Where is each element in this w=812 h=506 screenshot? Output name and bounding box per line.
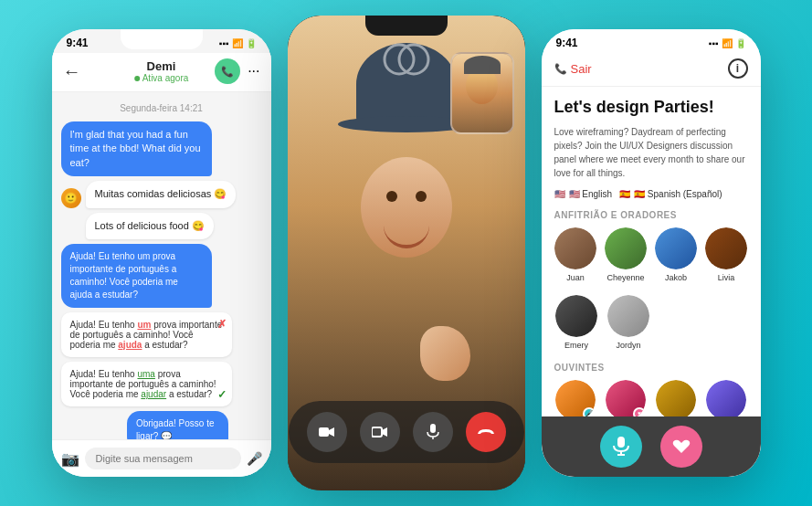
speaker-avatar-emery: [555, 295, 597, 337]
message-received-1-row: 🙂 Muitas comidas deliciosas 😋: [61, 181, 262, 207]
inset-hair: [464, 56, 501, 74]
mic-icon[interactable]: 🎤: [247, 451, 262, 466]
error-word-1: um: [137, 320, 151, 330]
svg-rect-4: [372, 427, 382, 437]
svg-rect-6: [430, 424, 436, 433]
back-button[interactable]: ←: [63, 61, 81, 82]
correction-x-icon: ✗: [217, 318, 227, 331]
chat-header: ← Demi Ativa agora 📞 ···: [52, 53, 271, 92]
status-icons-3: ▪▪▪ 📶 🔋: [709, 38, 746, 48]
speaker-cheyenne: Cheyenne: [605, 227, 648, 282]
battery-icon-3: 🔋: [735, 38, 746, 48]
video-screen: [288, 16, 525, 490]
chat-screen: 9:41 ▪▪▪ 📶 🔋 ← Demi Ativa agora 📞: [52, 29, 271, 477]
message-input[interactable]: [85, 448, 241, 469]
notch-3: [610, 29, 692, 49]
listener-avatar-maria: [656, 380, 696, 416]
message-sent-1: I'm glad that you had a fun time at the …: [61, 121, 262, 176]
phone-red-icon: 📞: [554, 63, 567, 75]
correct-word-2: ajudar: [141, 389, 166, 399]
listener-erin: ♥ Erin: [605, 380, 648, 416]
speaker-emery: Emery: [554, 295, 599, 350]
mic-badge-miracle: 🎤: [583, 407, 596, 416]
speaker-name-jordyn: Jordyn: [616, 341, 640, 350]
chat-input-area: 📷 🎤: [52, 439, 271, 477]
info-button[interactable]: i: [728, 58, 748, 79]
signal-icon-3: ▪▪▪: [709, 38, 719, 48]
phone-chat: 9:41 ▪▪▪ 📶 🔋 ← Demi Ativa agora 📞: [52, 29, 271, 477]
camera-ctrl-button[interactable]: [307, 412, 347, 452]
notch-2: [365, 16, 448, 36]
speaker-juan: Juan: [554, 227, 597, 282]
heart-badge-erin: ♥: [633, 407, 646, 416]
contact-info: Demi Ativa agora: [134, 59, 189, 83]
contact-status: Ativa agora: [134, 73, 189, 83]
video-logo-icon: [379, 41, 434, 81]
listeners-grid: 🎤 Miracle ♥ Erin: [554, 380, 748, 416]
camera-icon[interactable]: 📷: [61, 450, 79, 468]
event-bottom-bar: [542, 416, 761, 477]
speaker-avatar-cheyenne: [605, 227, 647, 269]
error-word-2: ajuda: [118, 340, 142, 350]
speaker-avatar-jordyn: [607, 295, 649, 337]
correction-card-1: ✗ Ajuda! Eu tenho um prova importante de…: [61, 312, 232, 357]
speaker-avatar-livia: [705, 227, 747, 269]
speaker-name-jakob: Jakob: [665, 273, 687, 282]
header-actions: 📞 ···: [215, 58, 259, 84]
notch-1: [121, 29, 203, 49]
eye-left: [386, 191, 397, 202]
status-time-1: 9:41: [67, 37, 89, 49]
listener-avatar-miracle: 🎤: [555, 380, 596, 416]
phone-video: [288, 16, 525, 490]
video-main-feed: [288, 16, 525, 490]
hosts-section-title: ANFITRIÃO E ORADORES: [554, 210, 748, 220]
svg-marker-3: [329, 427, 334, 437]
event-description: Love wireframing? Daydream of perfecting…: [554, 125, 748, 180]
message-sent-2: Ajuda! Eu tenho um prova importante de p…: [61, 244, 262, 308]
listener-avatar-erin: ♥: [606, 380, 646, 416]
language-flags: 🇺🇸 🇺🇸 English 🇪🇸 🇪🇸 Spanish (Español): [554, 189, 748, 199]
call-button[interactable]: 📞: [215, 58, 240, 84]
back-sair-button[interactable]: 📞 Sair: [554, 62, 592, 76]
svg-rect-2: [319, 427, 329, 437]
speakers-grid-2: Emery Jordyn: [554, 295, 651, 350]
video-ctrl-button[interactable]: [360, 412, 400, 452]
listener-maria: Maria: [655, 380, 698, 416]
speaker-jordyn: Jordyn: [606, 295, 651, 350]
call-controls: [289, 401, 524, 463]
mic-ctrl-button[interactable]: [413, 412, 453, 452]
es-flag: 🇪🇸: [619, 189, 630, 199]
bubble-received-2: Lots of delicious food 😋: [86, 213, 214, 239]
bubble-sent-2: Ajuda! Eu tenho um prova importante de p…: [61, 244, 212, 308]
speaker-livia: Livia: [705, 227, 748, 282]
bubble-sent-3: Obrigada! Posso te ligar? 💬: [127, 411, 228, 439]
date-label: Segunda-feira 14:21: [61, 103, 262, 113]
end-call-button[interactable]: [466, 412, 506, 452]
signal-icon: ▪▪▪: [219, 38, 229, 48]
status-time-3: 9:41: [556, 37, 578, 49]
heart-bottom-button[interactable]: [660, 426, 702, 468]
hand-shape: [420, 326, 470, 381]
speaker-name-emery: Emery: [564, 341, 588, 350]
listener-roger: Roger: [705, 380, 748, 416]
correction-text-2: Ajuda! Eu tenho: [70, 369, 138, 379]
mic-bottom-button[interactable]: [600, 426, 642, 468]
listener-avatar-roger: [706, 380, 746, 416]
speaker-name-livia: Livia: [718, 273, 735, 282]
event-content: Let's design Parties! Love wireframing? …: [542, 87, 761, 416]
correction-card-2: ✓ Ajuda! Eu tenho uma prova importante d…: [61, 362, 232, 406]
event-title: Let's design Parties!: [554, 98, 748, 118]
online-indicator: [134, 76, 140, 81]
chat-messages: Segunda-feira 14:21 I'm glad that you ha…: [52, 92, 271, 439]
speaker-name-cheyenne: Cheyenne: [606, 273, 644, 282]
lang-spanish: 🇪🇸 🇪🇸 Spanish (Español): [619, 189, 722, 199]
more-button[interactable]: ···: [248, 63, 259, 79]
event-screen: 9:41 ▪▪▪ 📶 🔋 📞 Sair i Let's design Parti…: [542, 29, 761, 477]
speaker-name-juan: Juan: [566, 273, 585, 282]
battery-icon: 🔋: [246, 38, 257, 48]
contact-avatar: 🙂: [61, 188, 81, 208]
svg-rect-8: [617, 437, 625, 448]
bubble-sent-1: I'm glad that you had a fun time at the …: [61, 121, 212, 176]
contact-name: Demi: [134, 59, 189, 73]
correction-check-icon: ✓: [217, 388, 227, 401]
